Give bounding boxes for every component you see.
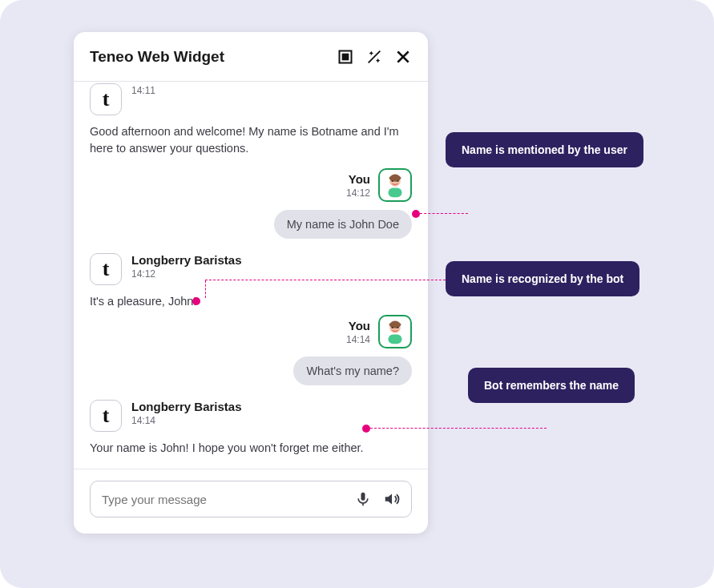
- input-bar: [74, 469, 428, 534]
- message-time: 14:14: [131, 415, 242, 426]
- bot-name: Longberry Baristas: [131, 253, 242, 267]
- message-time: 14:11: [131, 85, 155, 96]
- widget-title: Teneo Web Widget: [90, 48, 224, 66]
- user-message-bubble: What's my name?: [293, 356, 412, 385]
- annotation-callout: Bot remembers the name: [468, 368, 635, 403]
- bot-message-header: t 14:11: [90, 83, 412, 115]
- svg-rect-1: [343, 54, 349, 59]
- minimize-icon[interactable]: [337, 48, 354, 66]
- bot-avatar-icon: t: [90, 83, 122, 115]
- annotation-callout: Name is mentioned by the user: [446, 132, 643, 167]
- user-meta: You 14:12: [346, 172, 370, 199]
- svg-rect-3: [389, 187, 402, 197]
- svg-point-4: [391, 180, 393, 182]
- message-time: 14:12: [346, 187, 370, 199]
- bot-message-text: Good afternoon and welcome! My name is B…: [90, 123, 412, 157]
- message-time: 14:12: [131, 268, 242, 280]
- user-avatar-icon: [378, 315, 412, 348]
- bot-message-header: t Longberry Baristas 14:12: [90, 253, 412, 285]
- input-wrap: [90, 481, 412, 518]
- annotation-callout: Name is recognized by the bot: [446, 261, 639, 296]
- header-icons: [337, 48, 412, 66]
- messages-scroll[interactable]: t 14:11 Good afternoon and welcome! My n…: [74, 82, 428, 469]
- user-message: You 14:12 My name is John Doe: [90, 168, 412, 239]
- speaker-icon[interactable]: [381, 488, 403, 510]
- annotation-dot: [412, 210, 420, 218]
- widget-header: Teneo Web Widget: [74, 32, 428, 82]
- bot-message-text: Your name is John! I hope you won't forg…: [90, 440, 412, 457]
- svg-rect-10: [361, 493, 365, 501]
- close-icon[interactable]: [394, 48, 412, 66]
- stage: Teneo Web Widget t 14:11: [0, 0, 714, 588]
- user-meta: You 14:14: [346, 319, 370, 345]
- message-input[interactable]: [102, 493, 345, 506]
- bot-meta: 14:11: [131, 83, 155, 96]
- bot-name: Longberry Baristas: [131, 400, 242, 413]
- annotation-dot: [362, 425, 370, 433]
- annotation-line: [205, 280, 206, 298]
- svg-rect-7: [389, 334, 402, 344]
- bot-avatar-icon: t: [90, 400, 122, 432]
- user-message: You 14:14 What's my name?: [90, 315, 412, 385]
- svg-point-5: [397, 180, 398, 182]
- annotation-dot: [192, 297, 200, 305]
- bot-message-text: It's a pleasure, John!: [90, 293, 412, 310]
- user-name: You: [346, 319, 370, 332]
- svg-point-9: [397, 327, 398, 328]
- bot-meta: Longberry Baristas 14:14: [131, 400, 242, 426]
- sparkle-icon[interactable]: [365, 48, 383, 66]
- user-avatar-icon: [378, 168, 412, 202]
- user-message-bubble: My name is John Doe: [274, 210, 412, 239]
- microphone-icon[interactable]: [352, 488, 374, 510]
- annotation-line: [420, 213, 468, 214]
- svg-point-8: [391, 327, 393, 328]
- bot-meta: Longberry Baristas 14:12: [131, 253, 242, 280]
- annotation-line: [370, 428, 547, 429]
- user-name: You: [346, 172, 370, 186]
- chat-widget: Teneo Web Widget t 14:11: [74, 32, 428, 534]
- bot-avatar-icon: t: [90, 253, 122, 285]
- message-time: 14:14: [346, 334, 370, 345]
- annotation-line: [205, 280, 446, 280]
